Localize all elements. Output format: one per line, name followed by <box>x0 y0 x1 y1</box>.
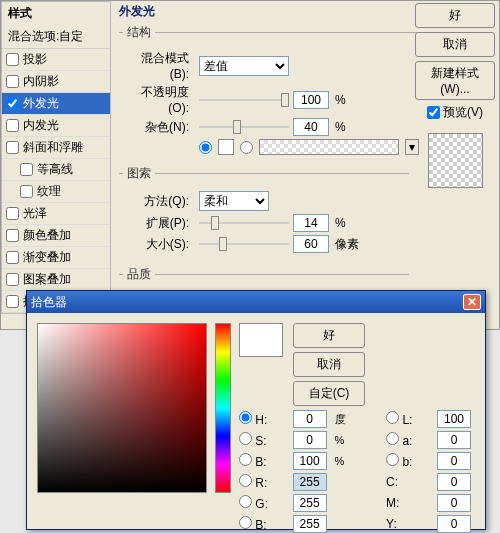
sidebar-item-inner-glow[interactable]: 内发光 <box>2 115 110 137</box>
g-radio[interactable] <box>239 495 252 508</box>
close-icon[interactable]: ✕ <box>463 294 481 310</box>
sidebar-item-satin[interactable]: 光泽 <box>2 203 110 225</box>
b-radio[interactable] <box>239 453 252 466</box>
checkbox[interactable] <box>6 53 19 66</box>
y-input[interactable] <box>437 515 471 533</box>
gradient-radio[interactable] <box>240 141 253 154</box>
bb-radio[interactable] <box>386 453 399 466</box>
quality-legend: 品质 <box>123 266 155 283</box>
a-radio[interactable] <box>386 432 399 445</box>
checkbox[interactable] <box>6 97 19 110</box>
r-input[interactable] <box>293 473 327 491</box>
blending-options[interactable]: 混合选项:自定 <box>2 25 110 49</box>
elements-legend: 图索 <box>123 165 155 182</box>
sidebar-item-texture[interactable]: 纹理 <box>2 181 110 203</box>
checkbox[interactable] <box>6 229 19 242</box>
right-panel: 好 取消 新建样式(W)... 预览(V) <box>415 1 495 196</box>
color-swatch[interactable] <box>218 139 234 155</box>
elements-group: 图索 方法(Q): 柔和 扩展(P): % 大小(S): 像素 <box>119 165 409 264</box>
checkbox[interactable] <box>6 273 19 286</box>
h-input[interactable] <box>293 410 327 428</box>
sidebar-item-outer-glow[interactable]: 外发光 <box>2 93 110 115</box>
noise-input[interactable] <box>293 118 329 136</box>
l-input[interactable] <box>437 410 471 428</box>
bb-input[interactable] <box>437 452 471 470</box>
h-radio[interactable] <box>239 411 252 424</box>
hsb-grid: H:度 L: S:% a: B:% b: R: C: G: M: B: Y: <box>239 410 475 533</box>
hue-slider[interactable] <box>215 323 231 493</box>
spread-slider[interactable] <box>199 214 289 232</box>
picker-title: 拾色器 <box>31 294 67 311</box>
sidebar-item-drop-shadow[interactable]: 投影 <box>2 49 110 71</box>
checkbox[interactable] <box>20 163 33 176</box>
preview-checkbox[interactable] <box>427 106 440 119</box>
size-slider[interactable] <box>199 235 289 253</box>
checkbox[interactable] <box>6 207 19 220</box>
picker-ok-button[interactable]: 好 <box>293 323 365 348</box>
sidebar-item-gradient-overlay[interactable]: 渐变叠加 <box>2 247 110 269</box>
spread-label: 扩展(P): <box>123 215 195 232</box>
sidebar-item-contour[interactable]: 等高线 <box>2 159 110 181</box>
layer-style-dialog: 样式 混合选项:自定 投影 内阴影 外发光 内发光 斜面和浮雕 等高线 纹理 光… <box>0 0 500 330</box>
opacity-slider[interactable] <box>199 91 289 109</box>
opacity-label: 不透明度(O): <box>123 84 195 115</box>
technique-label: 方法(Q): <box>123 193 195 210</box>
blend-mode-select[interactable]: 差值 <box>199 56 289 76</box>
size-label: 大小(S): <box>123 236 195 253</box>
picker-custom-button[interactable]: 自定(C) <box>293 381 365 406</box>
slider-thumb[interactable] <box>233 120 241 134</box>
sidebar-item-color-overlay[interactable]: 颜色叠加 <box>2 225 110 247</box>
m-input[interactable] <box>437 494 471 512</box>
c-input[interactable] <box>437 473 471 491</box>
structure-group: 结构 混合模式(B): 差值 不透明度(O): % 杂色(N): % ▾ <box>119 24 423 163</box>
s-input[interactable] <box>293 431 327 449</box>
sidebar-item-pattern-overlay[interactable]: 图案叠加 <box>2 269 110 291</box>
r-radio[interactable] <box>239 474 252 487</box>
technique-select[interactable]: 柔和 <box>199 191 269 211</box>
blend-mode-label: 混合模式(B): <box>123 50 195 81</box>
styles-sidebar: 样式 混合选项:自定 投影 内阴影 外发光 内发光 斜面和浮雕 等高线 纹理 光… <box>1 1 111 314</box>
checkbox[interactable] <box>6 119 19 132</box>
slider-thumb[interactable] <box>281 93 289 107</box>
s-radio[interactable] <box>239 432 252 445</box>
panel-title: 外发光 <box>119 1 409 22</box>
checkbox[interactable] <box>6 295 19 308</box>
new-color-swatch[interactable] <box>239 323 283 357</box>
picker-cancel-button[interactable]: 取消 <box>293 352 365 377</box>
checkbox[interactable] <box>6 141 19 154</box>
size-input[interactable] <box>293 235 329 253</box>
saturation-field[interactable] <box>37 323 207 493</box>
checkbox[interactable] <box>6 251 19 264</box>
checkbox[interactable] <box>20 185 33 198</box>
gradient-swatch[interactable] <box>259 139 399 155</box>
noise-label: 杂色(N): <box>123 119 195 136</box>
b-input[interactable] <box>293 452 327 470</box>
sidebar-item-inner-shadow[interactable]: 内阴影 <box>2 71 110 93</box>
structure-legend: 结构 <box>123 24 155 41</box>
sidebar-item-bevel[interactable]: 斜面和浮雕 <box>2 137 110 159</box>
noise-slider[interactable] <box>199 118 289 136</box>
color-radio[interactable] <box>199 141 212 154</box>
color-picker-dialog: 拾色器 ✕ 好 取消 自定(C) H:度 L: S:% a: B:% b: <box>26 290 486 530</box>
g-input[interactable] <box>293 494 327 512</box>
size-unit: 像素 <box>335 236 359 253</box>
a-input[interactable] <box>437 431 471 449</box>
checkbox[interactable] <box>6 75 19 88</box>
bl-radio[interactable] <box>239 516 252 529</box>
bl-input[interactable] <box>293 515 327 533</box>
l-radio[interactable] <box>386 411 399 424</box>
new-style-button[interactable]: 新建样式(W)... <box>415 61 495 100</box>
titlebar[interactable]: 拾色器 ✕ <box>27 291 485 313</box>
slider-thumb[interactable] <box>219 237 227 251</box>
spread-input[interactable] <box>293 214 329 232</box>
opacity-input[interactable] <box>293 91 329 109</box>
ok-button[interactable]: 好 <box>415 3 495 28</box>
slider-thumb[interactable] <box>211 216 219 230</box>
cancel-button[interactable]: 取消 <box>415 32 495 57</box>
sidebar-header: 样式 <box>2 2 110 25</box>
preview-swatch <box>428 133 483 188</box>
